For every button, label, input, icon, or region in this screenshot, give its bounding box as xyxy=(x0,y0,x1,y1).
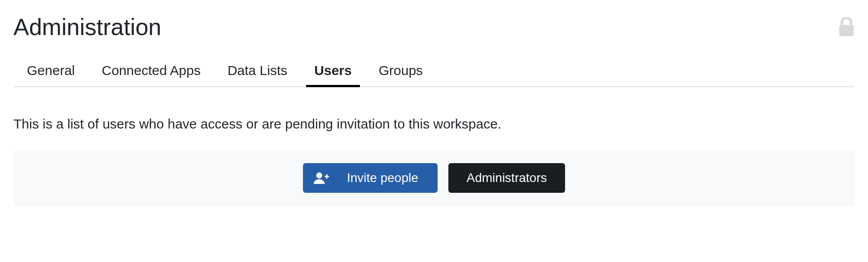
invite-people-label: Invite people xyxy=(347,171,418,185)
page-header: Administration xyxy=(13,13,855,40)
lock-icon xyxy=(838,17,855,37)
svg-point-1 xyxy=(316,173,322,178)
invite-people-button[interactable]: Invite people xyxy=(303,163,438,193)
tab-groups[interactable]: Groups xyxy=(379,58,423,86)
tab-data-lists[interactable]: Data Lists xyxy=(228,58,287,86)
svg-rect-3 xyxy=(326,174,328,178)
page-title: Administration xyxy=(13,13,161,40)
administrators-label: Administrators xyxy=(467,171,547,185)
tabs-nav: General Connected Apps Data Lists Users … xyxy=(13,58,855,87)
user-plus-icon xyxy=(314,172,329,184)
administrators-button[interactable]: Administrators xyxy=(448,163,565,193)
tab-users[interactable]: Users xyxy=(314,58,351,86)
action-bar: Invite people Administrators xyxy=(13,150,855,206)
tab-connected-apps[interactable]: Connected Apps xyxy=(102,58,201,86)
users-description: This is a list of users who have access … xyxy=(13,116,855,132)
svg-rect-0 xyxy=(839,25,854,36)
tab-general[interactable]: General xyxy=(27,58,75,86)
